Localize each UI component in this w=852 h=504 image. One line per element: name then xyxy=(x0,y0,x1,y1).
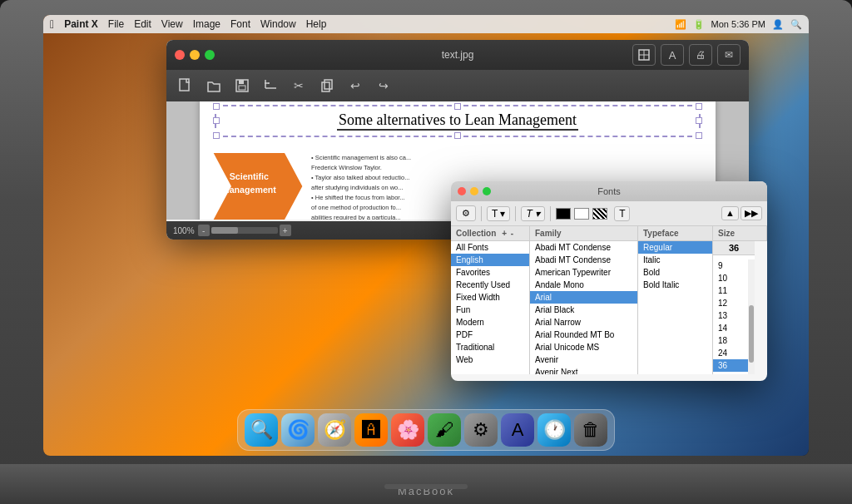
zoom-slider[interactable] xyxy=(211,227,278,234)
fonts-size-list: 36 9 10 11 12 13 14 18 24 36 48 xyxy=(713,241,755,374)
font-size-button[interactable]: T ▾ xyxy=(487,206,510,221)
handle-tc[interactable] xyxy=(454,103,461,110)
save-button[interactable] xyxy=(231,75,253,96)
font-color-picker[interactable] xyxy=(556,208,571,220)
menu-image[interactable]: Image xyxy=(193,18,220,30)
dock-photos[interactable]: 🌸 xyxy=(391,413,424,447)
dock-system-prefs[interactable]: ⚙ xyxy=(464,413,498,447)
collection-fixed-width[interactable]: Fixed Width xyxy=(451,291,529,304)
zoom-increase[interactable]: + xyxy=(280,225,291,236)
share-button[interactable]: ✉ xyxy=(717,44,741,66)
dock-siri[interactable]: 🌀 xyxy=(281,413,315,447)
family-arial-rounded[interactable]: Arial Rounded MT Bo xyxy=(530,329,637,341)
apple-menu-icon[interactable]:  xyxy=(50,17,54,31)
collection-recently-used[interactable]: Recently Used xyxy=(451,279,529,291)
cut-button[interactable]: ✂ xyxy=(288,75,310,96)
family-arial-narrow[interactable]: Arial Narrow xyxy=(530,316,637,329)
size-current-display[interactable]: 36 xyxy=(713,241,755,255)
family-arial-black[interactable]: Arial Black xyxy=(530,304,637,316)
svg-rect-12 xyxy=(324,80,332,89)
dock-safari[interactable]: 🧭 xyxy=(318,413,351,447)
dock-appstore[interactable]: 🅰 xyxy=(354,413,388,447)
family-arial-unicode[interactable]: Arial Unicode MS xyxy=(530,341,637,353)
close-button[interactable] xyxy=(175,50,185,60)
font-arrow-up[interactable]: ▲ xyxy=(721,206,739,220)
typeface-header: Typeface xyxy=(638,226,713,240)
collection-all-fonts[interactable]: All Fonts xyxy=(451,241,529,254)
collection-traditional[interactable]: Traditional xyxy=(451,341,529,353)
copy-button[interactable] xyxy=(316,75,338,96)
fonts-maximize-button[interactable] xyxy=(483,187,491,195)
font-color-picker-3[interactable] xyxy=(592,208,607,220)
open-file-button[interactable] xyxy=(203,75,225,96)
collection-favorites[interactable]: Favorites xyxy=(451,266,529,279)
menu-help[interactable]: Help xyxy=(306,18,327,30)
dock-paintx[interactable]: 🖌 xyxy=(428,413,461,447)
handle-tl[interactable] xyxy=(213,103,220,110)
collection-english[interactable]: English xyxy=(451,254,529,266)
typeface-italic[interactable]: Italic xyxy=(638,254,712,266)
zoom-decrease[interactable]: - xyxy=(198,225,210,236)
dock-fonts[interactable]: A xyxy=(501,413,534,447)
dock-trash[interactable]: 🗑 xyxy=(574,413,607,447)
size-scroll-thumb[interactable] xyxy=(749,305,754,363)
font-color-picker-2[interactable] xyxy=(574,208,589,220)
menu-edit[interactable]: Edit xyxy=(134,18,151,30)
remove-collection-button[interactable]: - xyxy=(511,229,513,238)
handle-bl[interactable] xyxy=(213,132,220,139)
handle-tr[interactable] xyxy=(696,103,702,110)
menu-file[interactable]: File xyxy=(108,18,124,30)
maximize-button[interactable] xyxy=(205,50,215,60)
collection-fun[interactable]: Fun xyxy=(451,304,529,316)
bullet-2: Frederick Winslow Taylor. xyxy=(311,163,411,173)
fonts-close-button[interactable] xyxy=(458,187,466,195)
collection-pdf[interactable]: PDF xyxy=(451,329,529,341)
bullet-points: • Scientific management is also ca... Fr… xyxy=(311,153,411,220)
fonts-typeface-list: Regular Italic Bold Bold Italic xyxy=(638,241,713,374)
crop-button[interactable] xyxy=(260,75,281,96)
text-box-selected[interactable]: Some alternatives to Lean Management xyxy=(215,105,701,137)
family-avenir[interactable]: Avenir xyxy=(530,353,637,366)
search-icon[interactable]: 🔍 xyxy=(790,19,802,30)
text-underline-button[interactable]: T xyxy=(614,206,630,221)
family-abadi-2[interactable]: Abadi MT Condense xyxy=(530,254,637,266)
family-abadi-1[interactable]: Abadi MT Condense xyxy=(530,241,637,254)
wifi-icon: 📶 xyxy=(675,19,686,30)
font-style-button[interactable]: T ▾ xyxy=(521,206,545,221)
collection-modern[interactable]: Modern xyxy=(451,316,529,329)
redo-button[interactable]: ↪ xyxy=(373,75,394,96)
svg-text:Management: Management xyxy=(222,185,277,195)
minimize-button[interactable] xyxy=(190,50,200,60)
view-toggle-1[interactable] xyxy=(632,44,656,66)
family-andale-mono[interactable]: Andale Mono xyxy=(530,279,637,291)
handle-ml[interactable] xyxy=(213,117,220,124)
dock-time-machine[interactable]: 🕐 xyxy=(537,413,571,447)
heading-text[interactable]: Some alternatives to Lean Management xyxy=(337,111,578,131)
menu-view[interactable]: View xyxy=(161,18,183,30)
dock-finder[interactable]: 🔍 xyxy=(245,413,278,447)
menu-font[interactable]: Font xyxy=(230,18,250,30)
collection-web[interactable]: Web xyxy=(451,353,529,366)
undo-button[interactable]: ↩ xyxy=(344,75,366,96)
fonts-minimize-button[interactable] xyxy=(470,187,478,195)
font-arrow-right[interactable]: ▶▶ xyxy=(741,206,762,220)
handle-bc[interactable] xyxy=(454,132,461,139)
handle-br[interactable] xyxy=(696,132,702,139)
toolbar-divider-1 xyxy=(481,206,482,221)
add-collection-button[interactable]: + xyxy=(502,229,507,238)
battery-icon: 🔋 xyxy=(693,19,705,30)
typeface-bold[interactable]: Bold xyxy=(638,266,712,279)
family-avenir-next[interactable]: Avenir Next xyxy=(530,366,637,374)
print-button[interactable]: 🖨 xyxy=(689,44,712,66)
family-arial[interactable]: Arial xyxy=(530,291,637,304)
typeface-bold-italic[interactable]: Bold Italic xyxy=(638,279,712,291)
fonts-toolbar: ⚙ T ▾ T ▾ T ▲ ▶▶ xyxy=(451,201,767,226)
family-american-typewriter[interactable]: American Typewriter xyxy=(530,266,637,279)
menu-window[interactable]: Window xyxy=(260,18,296,30)
typeface-regular[interactable]: Regular xyxy=(638,241,712,254)
fonts-settings-button[interactable]: ⚙ xyxy=(456,205,476,221)
handle-mr[interactable] xyxy=(696,117,702,124)
new-file-button[interactable] xyxy=(175,75,196,96)
font-button[interactable]: A xyxy=(661,44,684,66)
screen-bezel:  Paint X File Edit View Image Font Wind… xyxy=(43,15,809,456)
